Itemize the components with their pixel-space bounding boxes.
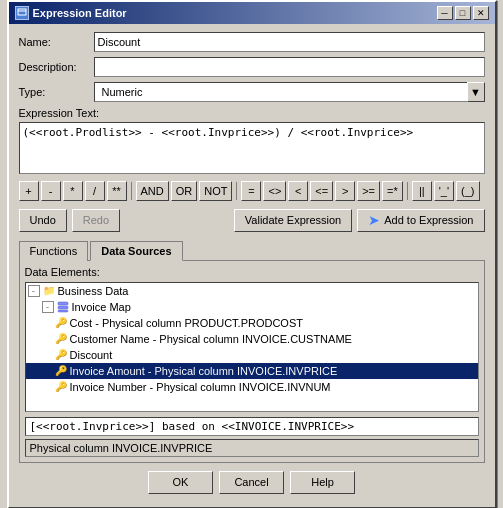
op-gt[interactable]: > <box>335 181 355 201</box>
validate-label: Validate Expression <box>245 214 341 226</box>
description-label: Description: <box>19 61 94 73</box>
tree-node-label: Customer Name - Physical column INVOICE.… <box>70 333 352 345</box>
operator-bar: + - * / ** AND OR NOT = <> < <= > >= =* … <box>19 181 485 201</box>
key-icon-5: 🔑 <box>54 380 68 394</box>
key-icon-4: 🔑 <box>54 364 68 378</box>
op-concat[interactable]: || <box>412 181 432 201</box>
status-bar-1: [<<root.Invprice>>] based on <<INVOICE.I… <box>25 417 479 436</box>
sep1 <box>131 182 132 200</box>
key-icon-2: 🔑 <box>54 332 68 346</box>
name-row: Name: <box>19 32 485 52</box>
key-icon: 🔑 <box>54 316 68 330</box>
tree-node-label: Discount <box>70 349 113 361</box>
op-lt[interactable]: < <box>288 181 308 201</box>
type-row: Type: Numeric String Boolean Date ▼ <box>19 82 485 102</box>
action-bar: Undo Redo Validate Expression ➤ Add to E… <box>19 209 485 232</box>
op-neq[interactable]: <> <box>263 181 286 201</box>
type-label: Type: <box>19 86 94 98</box>
add-to-expression-button[interactable]: ➤ Add to Expression <box>357 209 484 232</box>
tree-node-invoice-map[interactable]: - Invoice Map <box>26 299 478 315</box>
folder-icon: 📁 <box>42 284 56 298</box>
expression-editor-window: Expression Editor ─ □ ✕ Name: Descriptio… <box>7 0 497 508</box>
op-or[interactable]: OR <box>171 181 198 201</box>
name-label: Name: <box>19 36 94 48</box>
tree-node-label: Invoice Number - Physical column INVOICE… <box>70 381 331 393</box>
type-select-wrapper: Numeric String Boolean Date ▼ <box>94 82 485 102</box>
cancel-button[interactable]: Cancel <box>219 471 284 494</box>
add-icon: ➤ <box>368 212 380 228</box>
tree-node-invoice-amount[interactable]: 🔑 Invoice Amount - Physical column INVOI… <box>26 363 478 379</box>
op-divide[interactable]: / <box>85 181 105 201</box>
tabs-row: Functions Data Sources <box>19 240 485 261</box>
op-minus[interactable]: - <box>41 181 61 201</box>
svg-rect-3 <box>58 306 68 309</box>
tree-node-label: Invoice Map <box>72 301 131 313</box>
datasources-panel: Data Elements: - 📁 Business Data - <box>19 261 485 463</box>
minus-icon: - <box>28 285 40 297</box>
add-label: Add to Expression <box>384 214 473 226</box>
tree-node-discount[interactable]: 🔑 Discount <box>26 347 478 363</box>
sep3 <box>407 182 408 200</box>
tree-node-cost[interactable]: 🔑 Cost - Physical column PRODUCT.PRODCOS… <box>26 315 478 331</box>
title-bar: Expression Editor ─ □ ✕ <box>9 2 495 24</box>
window-icon <box>15 6 29 20</box>
type-select[interactable]: Numeric String Boolean Date <box>94 82 485 102</box>
expression-textarea[interactable]: (<<root.Prodlist>> - <<root.Invprice>>) … <box>19 122 485 174</box>
tree-node-label: Invoice Amount - Physical column INVOICE… <box>70 365 338 377</box>
title-bar-left: Expression Editor <box>15 6 127 20</box>
name-input[interactable] <box>94 32 485 52</box>
window-title: Expression Editor <box>33 7 127 19</box>
ok-button[interactable]: OK <box>148 471 213 494</box>
svg-rect-4 <box>58 310 68 312</box>
tree-node-label: Business Data <box>58 285 129 297</box>
redo-button[interactable]: Redo <box>72 209 120 232</box>
sep2 <box>236 182 237 200</box>
op-gte[interactable]: >= <box>357 181 380 201</box>
description-input[interactable] <box>94 57 485 77</box>
minus-icon-2: - <box>42 301 54 313</box>
close-button[interactable]: ✕ <box>473 6 489 20</box>
op-lte[interactable]: <= <box>310 181 333 201</box>
bottom-buttons: OK Cancel Help <box>19 471 485 499</box>
tab-functions[interactable]: Functions <box>19 241 89 261</box>
op-and[interactable]: AND <box>136 181 169 201</box>
op-eq[interactable]: = <box>241 181 261 201</box>
help-button[interactable]: Help <box>290 471 355 494</box>
title-controls: ─ □ ✕ <box>437 6 489 20</box>
maximize-button[interactable]: □ <box>455 6 471 20</box>
data-elements-label: Data Elements: <box>25 266 479 278</box>
tree-node-label: Cost - Physical column PRODUCT.PRODCOST <box>70 317 304 329</box>
op-power[interactable]: ** <box>107 181 127 201</box>
description-row: Description: <box>19 57 485 77</box>
status-bar-2: Physical column INVOICE.INVPRICE <box>25 439 479 457</box>
tab-datasources[interactable]: Data Sources <box>90 241 182 261</box>
validate-button[interactable]: Validate Expression <box>234 209 352 232</box>
undo-label: Undo <box>30 214 56 226</box>
expression-label: Expression Text: <box>19 107 485 119</box>
db-icon <box>56 300 70 314</box>
tree-node-invoice-number[interactable]: 🔑 Invoice Number - Physical column INVOI… <box>26 379 478 395</box>
tree-node-business-data[interactable]: - 📁 Business Data <box>26 283 478 299</box>
op-multiply[interactable]: * <box>63 181 83 201</box>
key-icon-3: 🔑 <box>54 348 68 362</box>
svg-rect-2 <box>58 302 68 305</box>
data-tree[interactable]: - 📁 Business Data - Invoice Map <box>25 282 479 412</box>
redo-label: Redo <box>83 214 109 226</box>
op-plus[interactable]: + <box>19 181 39 201</box>
op-eqstar[interactable]: =* <box>382 181 403 201</box>
op-not[interactable]: NOT <box>199 181 232 201</box>
tree-node-customer-name[interactable]: 🔑 Customer Name - Physical column INVOIC… <box>26 331 478 347</box>
minimize-button[interactable]: ─ <box>437 6 453 20</box>
op-paren[interactable]: (_) <box>456 181 479 201</box>
op-quote[interactable]: '_' <box>434 181 454 201</box>
svg-rect-0 <box>18 9 26 15</box>
content-area: Name: Description: Type: Numeric String … <box>9 24 495 507</box>
undo-button[interactable]: Undo <box>19 209 67 232</box>
